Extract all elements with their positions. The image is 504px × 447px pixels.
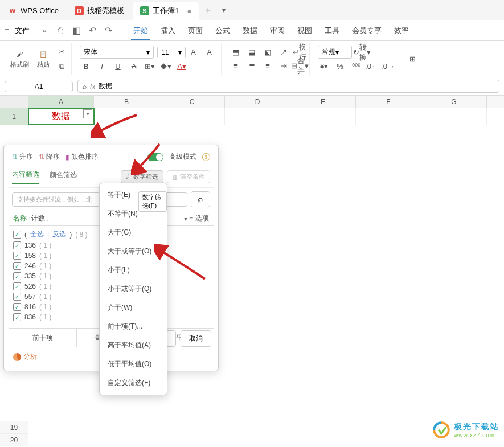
row-header[interactable]: 19 [0, 421, 28, 433]
comma-icon[interactable]: ⁰⁰⁰ [350, 60, 362, 72]
cancel-button[interactable]: 取消 [181, 330, 211, 347]
align-bottom-icon[interactable]: ⬕ [261, 46, 274, 59]
row-header-1[interactable]: 1 [0, 108, 28, 125]
decrease-font-icon[interactable]: A⁻ [205, 46, 218, 59]
col-header-c[interactable]: C [159, 96, 225, 108]
advanced-toggle[interactable] [147, 153, 163, 161]
col-header-g[interactable]: G [421, 96, 487, 108]
file-menu[interactable]: 文件 [11, 26, 33, 36]
tab-formula[interactable]: 公式 [213, 22, 232, 39]
nf-below-avg[interactable]: 低于平均值(O) [100, 355, 167, 374]
checkbox-icon[interactable]: ✓ [13, 262, 21, 270]
tab-view[interactable]: 视图 [295, 22, 314, 39]
border-icon[interactable]: ⊞▾ [144, 60, 156, 72]
checkbox-icon[interactable]: ✓ [13, 272, 21, 280]
currency-icon[interactable]: ¥▾ [318, 60, 330, 72]
nf-greater-equal[interactable]: 大于或等于(O) [100, 242, 167, 261]
tab-data[interactable]: 数据 [240, 22, 260, 39]
cell[interactable] [421, 108, 487, 125]
col-header-a[interactable]: A [28, 96, 94, 108]
nf-between[interactable]: 介于(W) [100, 298, 167, 317]
clear-button[interactable]: 🗑清空条件 [167, 170, 210, 183]
indent-icon[interactable]: ⇥ [277, 60, 290, 72]
font-size-select[interactable]: 11▾ [157, 47, 186, 58]
tab-workbook[interactable]: S 工作簿1 ● [133, 2, 199, 20]
tab-template[interactable]: D 找稻壳模板 [68, 2, 131, 20]
inc-decimal-icon[interactable]: .0← [366, 60, 378, 72]
more-icon[interactable]: ⊞ [406, 53, 419, 65]
top10-button[interactable]: 前十项 [9, 329, 77, 347]
col-header-b[interactable]: B [94, 96, 159, 108]
fx-icon[interactable]: fx [90, 83, 95, 91]
align-left-icon[interactable]: ≡ [230, 60, 242, 72]
format-brush-button[interactable]: 🖌 格式刷 [8, 48, 31, 70]
align-middle-icon[interactable]: ⬓ [245, 46, 258, 59]
tab-review[interactable]: 审阅 [268, 22, 287, 39]
search-icon[interactable]: ⌕ [83, 83, 87, 91]
cell[interactable] [94, 108, 159, 125]
row-header[interactable]: 20 [0, 434, 28, 446]
preview-icon[interactable]: ◧ [72, 26, 81, 35]
filter-dropdown-icon[interactable]: ▾ [83, 109, 92, 118]
select-inverse-link[interactable]: 反选 [52, 229, 66, 239]
print-icon[interactable]: ⎙ [56, 26, 65, 35]
header-name[interactable]: 名称 ↑ [13, 214, 31, 223]
dec-decimal-icon[interactable]: .0→ [382, 60, 394, 72]
checkbox-icon[interactable]: ✓ [13, 231, 21, 239]
checkbox-icon[interactable]: ✓ [13, 303, 21, 311]
header-options[interactable]: ▾ ≡ 选项 [184, 214, 209, 223]
checkbox-icon[interactable]: ✓ [13, 282, 21, 290]
formula-bar[interactable]: ⌕ fx 数据 [77, 80, 499, 93]
nf-custom[interactable]: 自定义筛选(F) [100, 374, 167, 392]
sort-color-button[interactable]: ▮颜色排序 [65, 152, 99, 162]
tab-member[interactable]: 会员专享 [350, 22, 384, 39]
tab-content-filter[interactable]: 内容筛选 [12, 170, 39, 184]
merge-button[interactable]: ⊟合并▾ [293, 60, 306, 72]
select-all-corner[interactable] [0, 96, 28, 108]
cell[interactable] [356, 108, 421, 125]
format-select[interactable]: 常规▾ [318, 46, 352, 59]
font-color-icon[interactable]: A▾ [175, 60, 188, 72]
italic-icon[interactable]: I [96, 60, 108, 72]
number-filter-button[interactable]: ☄数字筛选 [121, 170, 163, 183]
nf-less[interactable]: 小于(L) [100, 261, 167, 280]
align-right-icon[interactable]: ≡ [261, 60, 274, 72]
tab-efficiency[interactable]: 效率 [392, 22, 411, 39]
nf-top10[interactable]: 前十项(T)... [100, 317, 167, 336]
align-center-icon[interactable]: ≣ [245, 60, 258, 72]
tab-menu-button[interactable]: ▾ [216, 6, 231, 14]
strike-icon[interactable]: A [128, 60, 140, 72]
cell[interactable] [225, 108, 290, 125]
orientation-icon[interactable]: ⭧ [277, 46, 290, 59]
cut-icon[interactable]: ✂ [55, 46, 68, 58]
cell-a1[interactable]: 数据 ▾ [28, 108, 94, 125]
close-icon[interactable]: ● [187, 6, 191, 15]
fill-icon[interactable]: 🟆▾ [159, 60, 172, 72]
col-header-d[interactable]: D [225, 96, 290, 108]
increase-font-icon[interactable]: A⁺ [189, 46, 202, 59]
redo-icon[interactable]: ↷ [104, 26, 113, 35]
cell[interactable] [159, 108, 225, 125]
underline-icon[interactable]: U [112, 60, 124, 72]
new-tab-button[interactable]: + [200, 5, 216, 15]
save-icon[interactable]: ▫ [40, 26, 49, 35]
convert-button[interactable]: ↻转换▾ [355, 46, 368, 59]
sort-asc-button[interactable]: ⇅升序 [12, 152, 33, 162]
nf-above-avg[interactable]: 高于平均值(A) [100, 336, 167, 355]
align-top-icon[interactable]: ⬒ [230, 46, 242, 59]
font-name-select[interactable]: 宋体▾ [80, 46, 154, 59]
tab-insert[interactable]: 插入 [158, 22, 178, 39]
tab-tools[interactable]: 工具 [322, 22, 342, 39]
tab-wps[interactable]: W WPS Office [1, 2, 65, 20]
bold-icon[interactable]: B [80, 60, 92, 72]
checkbox-icon[interactable]: ✓ [13, 313, 21, 321]
hamburger-icon[interactable]: ≡ [5, 26, 9, 35]
tab-color-filter[interactable]: 颜色筛选 [50, 170, 77, 183]
col-header-e[interactable]: E [290, 96, 356, 108]
search-button[interactable]: ⌕ [191, 191, 210, 207]
col-header-f[interactable]: F [356, 96, 421, 108]
select-all-link[interactable]: 全选 [30, 229, 44, 239]
percent-icon[interactable]: % [334, 60, 346, 72]
checkbox-icon[interactable]: ✓ [13, 293, 21, 301]
copy-icon[interactable]: ⧉ [55, 60, 68, 73]
